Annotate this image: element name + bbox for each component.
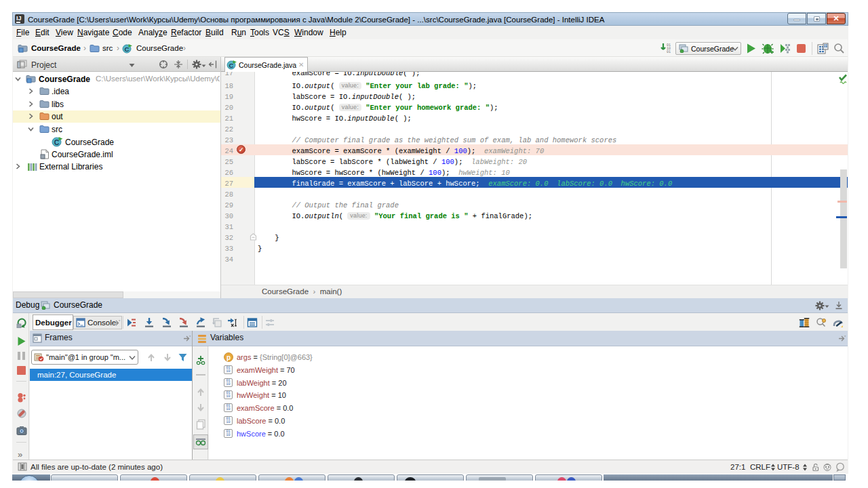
svg-text:01: 01	[667, 50, 671, 54]
svg-text:*: *	[189, 335, 191, 339]
svg-text:*: *	[844, 335, 846, 339]
svg-text:p: p	[226, 354, 231, 361]
svg-text:*: *	[119, 319, 121, 323]
